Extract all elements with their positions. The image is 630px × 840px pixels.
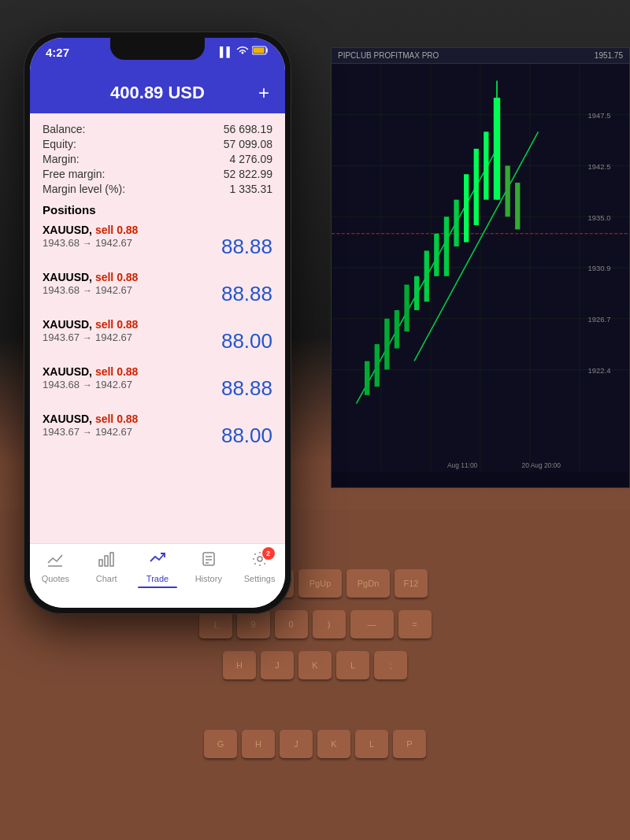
position-item-1[interactable]: XAUUSD, sell 0.88 1943.68 → 1942.67 88.8…	[43, 223, 272, 259]
nav-trade-label: Trade	[146, 574, 169, 583]
nav-quotes[interactable]: Quotes	[30, 550, 81, 583]
position-3-side: sell 0.88	[95, 318, 139, 331]
key-h[interactable]: H	[223, 651, 256, 679]
position-item-3[interactable]: XAUUSD, sell 0.88 1943.67 → 1942.67 88.0…	[43, 317, 272, 353]
position-5-symbol: XAUUSD,	[43, 413, 95, 425]
svg-text:20 Aug 20:00: 20 Aug 20:00	[522, 461, 561, 468]
margin-level-label: Margin level (%):	[43, 183, 125, 195]
svg-text:1926.7: 1926.7	[588, 315, 611, 324]
key-l2[interactable]: L	[355, 730, 388, 758]
position-4-symbol: XAUUSD,	[43, 365, 95, 378]
margin-label: Margin:	[43, 153, 80, 165]
positions-list: XAUUSD, sell 0.88 1943.68 → 1942.67 88.8…	[43, 223, 272, 448]
bottom-nav: Quotes Chart	[30, 543, 285, 608]
settings-badge-wrapper: 2	[251, 550, 269, 572]
key-g[interactable]: G	[204, 730, 237, 758]
svg-rect-14	[365, 361, 369, 395]
key-k[interactable]: K	[298, 651, 332, 679]
settings-badge: 2	[262, 547, 275, 560]
position-item-4[interactable]: XAUUSD, sell 0.88 1943.68 → 1942.67 88.8…	[43, 364, 272, 401]
svg-rect-42	[99, 560, 102, 566]
svg-text:1922.4: 1922.4	[588, 366, 612, 375]
svg-rect-40	[254, 48, 265, 54]
battery-icon	[252, 46, 269, 57]
free-margin-row: Free margin: 52 822.99	[43, 168, 272, 180]
key-pgdn[interactable]: PgDn	[346, 569, 390, 598]
margin-level-row: Margin level (%): 1 335.31	[43, 183, 272, 195]
svg-rect-20	[424, 250, 429, 302]
svg-text:1930.9: 1930.9	[588, 264, 611, 272]
key-9[interactable]: 9	[237, 610, 270, 638]
key-equals[interactable]: =	[398, 610, 432, 638]
position-5-side: sell 0.88	[95, 413, 139, 425]
laptop-chart: PIPCLUB PROFITMAX PRO 1951.75	[331, 47, 630, 488]
account-info: Balance: 56 698.19 Equity: 57 099.08 Mar…	[43, 123, 272, 195]
svg-rect-29	[506, 166, 510, 217]
position-item-5[interactable]: XAUUSD, sell 0.88 1943.67 → 1942.67 88.0…	[43, 412, 272, 448]
key-paren-close[interactable]: )	[313, 610, 346, 638]
nav-chart-label: Chart	[96, 574, 117, 583]
arrow-icon-1: →	[83, 238, 92, 249]
phone-outer: 4:27 ▌▌	[24, 31, 291, 614]
add-button[interactable]: +	[258, 82, 269, 104]
nav-trade[interactable]: Trade	[132, 550, 183, 588]
key-j[interactable]: J	[261, 651, 294, 679]
position-2-from: 1943.68	[43, 284, 80, 296]
equity-value: 57 099.08	[224, 138, 272, 150]
position-4-to: 1942.67	[95, 379, 132, 390]
nav-history[interactable]: History	[183, 550, 234, 583]
arrow-icon-3: →	[83, 332, 92, 343]
key-pgup[interactable]: PgUp	[298, 569, 342, 598]
svg-point-49	[258, 557, 262, 561]
position-1-side: sell 0.88	[95, 224, 139, 236]
phone-notch	[110, 38, 205, 60]
margin-level-value: 1 335.31	[230, 183, 273, 195]
position-1-to: 1942.67	[95, 237, 132, 249]
key-p[interactable]: P	[393, 730, 426, 758]
position-item-2[interactable]: XAUUSD, sell 0.88 1943.68 → 1942.67 88.8…	[43, 270, 272, 306]
nav-settings[interactable]: 2 Settings	[234, 550, 285, 583]
svg-rect-30	[515, 183, 520, 229]
svg-rect-43	[105, 556, 108, 566]
chart-icon	[98, 550, 115, 572]
balance-value: 56 698.19	[224, 123, 272, 135]
position-2-to: 1942.67	[95, 284, 132, 296]
key-k2[interactable]: K	[317, 730, 350, 758]
svg-text:1947.5: 1947.5	[588, 111, 611, 120]
arrow-icon-2: →	[83, 285, 92, 296]
svg-rect-19	[414, 276, 419, 310]
trade-icon	[149, 550, 166, 572]
margin-row: Margin: 4 276.09	[43, 153, 272, 165]
key-l[interactable]: L	[336, 651, 369, 679]
key-0[interactable]: 0	[275, 610, 308, 638]
key-f12[interactable]: F12	[395, 569, 428, 598]
key-h2[interactable]: H	[242, 730, 275, 758]
svg-rect-16	[384, 319, 389, 370]
status-icons: ▌▌	[220, 46, 269, 57]
svg-rect-23	[454, 200, 458, 246]
position-1-from: 1943.68	[43, 237, 80, 249]
phone-wrapper: 4:27 ▌▌	[24, 31, 291, 614]
history-icon	[200, 550, 217, 572]
key-semicolon[interactable]: ;	[374, 651, 407, 679]
svg-rect-26	[484, 131, 488, 199]
svg-rect-24	[464, 174, 469, 242]
position-3-to: 1942.67	[95, 331, 132, 343]
svg-rect-15	[375, 344, 380, 387]
key-dash[interactable]: —	[350, 610, 394, 638]
free-margin-label: Free margin:	[43, 168, 105, 180]
svg-rect-22	[444, 216, 449, 276]
position-5-to: 1942.67	[95, 426, 132, 438]
chart-price: 1951.75	[595, 51, 623, 60]
wifi-icon	[236, 46, 249, 57]
position-3-symbol: XAUUSD,	[43, 318, 95, 331]
svg-rect-21	[434, 234, 439, 276]
svg-rect-25	[474, 149, 479, 225]
free-margin-value: 52 822.99	[224, 168, 272, 180]
key-j2[interactable]: J	[280, 730, 313, 758]
key-paren-open[interactable]: (	[199, 610, 232, 638]
svg-text:Aug 11:00: Aug 11:00	[447, 461, 477, 468]
balance-row: Balance: 56 698.19	[43, 123, 272, 135]
nav-chart[interactable]: Chart	[81, 550, 132, 583]
position-2-side: sell 0.88	[95, 271, 139, 283]
